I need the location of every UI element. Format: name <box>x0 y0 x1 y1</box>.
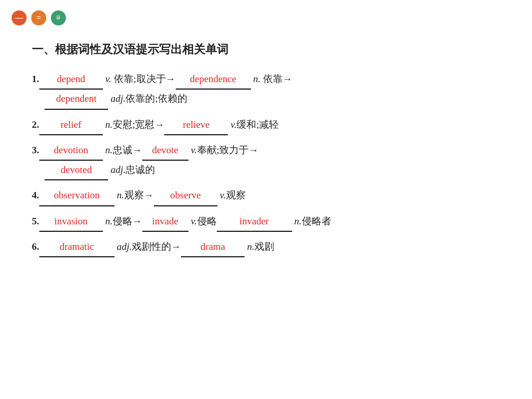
pos-4-1: n. <box>114 186 124 205</box>
answer-3-1: devotion <box>39 141 103 161</box>
minus-icon: — <box>15 13 23 23</box>
answer-3-2: devote <box>142 141 189 161</box>
answer-2-2: relieve <box>164 116 228 135</box>
cn-4-2: 观察 <box>226 186 246 205</box>
entry-1: 1. depend v. 依靠;取决于→ dependence n. 依靠→ d… <box>32 70 500 110</box>
pos-1-2: n. <box>251 70 261 88</box>
cn-6-2: 戏剧 <box>254 238 274 256</box>
answer-5-1: invasion <box>39 212 103 232</box>
menu-icon: ≡ <box>56 13 61 23</box>
entry-3: 3. devotion n. 忠诚→ devote v. 奉献;致力于→ dev… <box>32 141 500 181</box>
cn-3-2: 奉献;致力于→ <box>197 141 259 160</box>
pos-5-1: n. <box>103 212 113 231</box>
traffic-lights: — = ≡ <box>0 0 532 36</box>
num-2: 2. <box>32 116 39 134</box>
answer-1-1: depend <box>39 70 103 90</box>
equals-icon: = <box>36 13 41 23</box>
answer-6-1: dramatic <box>39 238 114 257</box>
cn-2-2: 缓和;减轻 <box>237 116 279 134</box>
cn-3-1: 忠诚→ <box>113 141 142 160</box>
pos-3-1: n. <box>103 141 113 160</box>
answer-1-3: dependent <box>45 90 108 109</box>
num-1: 1. <box>32 70 39 88</box>
num-6: 6. <box>32 238 39 256</box>
pos-5-2: v. <box>189 212 197 231</box>
section-title: 一、根据词性及汉语提示写出相关单词 <box>32 42 500 57</box>
answer-3-3: devoted <box>45 161 108 180</box>
entry-6: 6. dramatic adj. 戏剧性的→ drama n. 戏剧 <box>32 238 500 257</box>
pos-6-1: adj. <box>114 238 132 256</box>
main-content: 一、根据词性及汉语提示写出相关单词 1. depend v. 依靠;取决于→ d… <box>0 36 532 275</box>
cn-5-2: 侵略 <box>197 212 217 231</box>
answer-4-1: observation <box>39 186 114 206</box>
num-4: 4. <box>32 186 39 205</box>
cn-5-1: 侵略→ <box>113 212 142 231</box>
maximize-button[interactable]: = <box>31 10 46 25</box>
answer-1-2: dependence <box>176 70 251 90</box>
pos-3-2: v. <box>189 141 197 160</box>
pos-2-1: n. <box>103 116 113 134</box>
entry-2: 2. relief n. 安慰;宽慰→ relieve v. 缓和;减轻 <box>32 116 500 135</box>
minimize-button[interactable]: — <box>12 10 27 25</box>
cn-1-1: 依靠;取决于→ <box>112 70 176 88</box>
num-5: 5. <box>32 212 39 231</box>
pos-3-3: adj. <box>108 161 125 179</box>
answer-4-2: observe <box>154 186 217 206</box>
cn-5-3: 侵略者 <box>302 212 331 231</box>
cn-1-3: 依靠的;依赖的 <box>125 90 187 108</box>
pos-1-3: adj. <box>108 90 125 108</box>
answer-5-3: invader <box>217 212 292 232</box>
answer-5-2: invade <box>142 212 189 232</box>
pos-2-2: v. <box>228 116 237 134</box>
cn-1-2: 依靠→ <box>261 70 293 88</box>
answer-2-1: relief <box>39 116 103 135</box>
close-button[interactable]: ≡ <box>51 10 66 25</box>
cn-6-1: 戏剧性的→ <box>132 238 181 256</box>
num-3: 3. <box>32 141 39 160</box>
pos-4-2: v. <box>217 186 226 205</box>
pos-6-2: n. <box>245 238 254 256</box>
entry-5: 5. invasion n. 侵略→ invade v. 侵略 invader … <box>32 212 500 232</box>
pos-5-3: n. <box>292 212 302 231</box>
cn-4-1: 观察→ <box>124 186 154 205</box>
entry-4: 4. observation n. 观察→ observe v. 观察 <box>32 186 500 206</box>
cn-3-3: 忠诚的 <box>125 161 155 179</box>
pos-1-1: v. <box>103 70 112 88</box>
cn-2-1: 安慰;宽慰→ <box>113 116 165 134</box>
answer-6-2: drama <box>181 238 245 257</box>
